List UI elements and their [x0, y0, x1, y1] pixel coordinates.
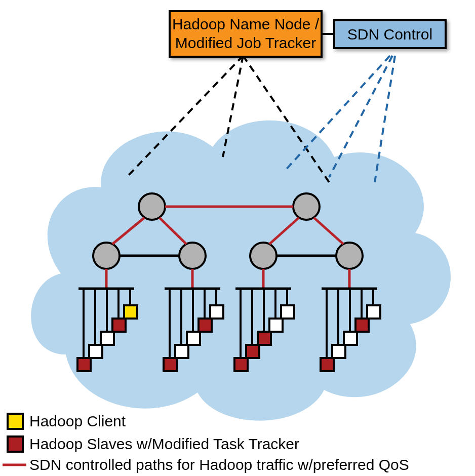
svg-rect-32 — [112, 319, 126, 332]
svg-rect-42 — [210, 305, 223, 319]
svg-point-11 — [93, 243, 120, 269]
svg-rect-44 — [187, 332, 200, 345]
cloud-shape — [31, 121, 451, 421]
sdn-control-box: SDN Control — [334, 20, 446, 48]
svg-rect-55 — [258, 332, 271, 345]
svg-rect-33 — [101, 332, 114, 345]
legend: Hadoop Client Hadoop Slaves w/Modified T… — [3, 413, 409, 473]
hadoop-line1-text: Hadoop Name Node / — [172, 16, 320, 32]
legend-slaves-swatch — [8, 437, 23, 452]
svg-rect-31 — [124, 305, 137, 319]
svg-rect-46 — [164, 358, 177, 371]
hadoop-name-node-box: Hadoop Name Node / Modified Job Tracker — [170, 11, 322, 57]
svg-point-12 — [179, 243, 206, 269]
svg-rect-35 — [77, 358, 91, 371]
svg-rect-68 — [321, 358, 334, 371]
svg-rect-53 — [281, 305, 294, 319]
svg-rect-54 — [269, 319, 283, 332]
svg-rect-57 — [234, 358, 248, 371]
svg-point-9 — [293, 193, 320, 220]
svg-rect-45 — [175, 345, 188, 358]
svg-rect-56 — [246, 345, 259, 358]
svg-rect-66 — [344, 332, 357, 345]
svg-rect-43 — [199, 319, 212, 332]
svg-point-13 — [250, 243, 276, 269]
svg-rect-34 — [89, 345, 102, 358]
svg-rect-65 — [355, 319, 369, 332]
diagram-canvas: Hadoop Name Node / Modified Job Tracker … — [0, 0, 475, 476]
legend-client-swatch — [8, 414, 23, 429]
hadoop-line2-text: Modified Job Tracker — [175, 34, 316, 51]
sdn-label-text: SDN Control — [347, 26, 432, 43]
svg-rect-67 — [332, 345, 345, 358]
svg-point-14 — [336, 243, 363, 269]
svg-point-8 — [139, 193, 165, 220]
svg-rect-64 — [367, 305, 380, 319]
legend-client-text: Hadoop Client — [29, 413, 126, 429]
legend-slaves-text: Hadoop Slaves w/Modified Task Tracker — [29, 435, 299, 452]
legend-paths-text: SDN controlled paths for Hadoop traffic … — [29, 456, 409, 473]
